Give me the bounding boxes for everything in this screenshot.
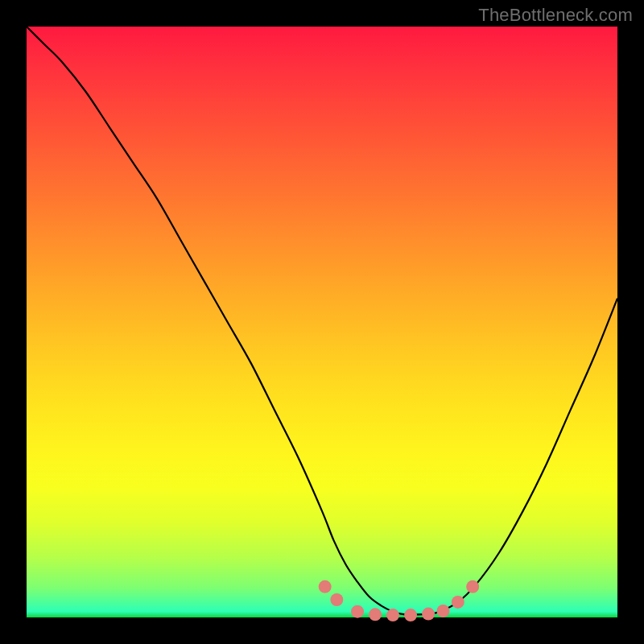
marker-dot [386,609,399,621]
marker-dot [422,608,435,621]
marker-dot [404,609,417,621]
marker-dot [319,580,332,593]
bottleneck-curve [27,27,617,615]
marker-dot [351,605,364,618]
watermark-text: TheBottleneck.com [478,5,633,26]
marker-dot [436,605,449,617]
marker-dot [466,580,479,593]
marker-dot [452,596,464,609]
flat-region-markers [319,580,479,621]
marker-dot [330,593,343,606]
chart-frame: TheBottleneck.com [0,0,644,644]
chart-svg [27,27,617,617]
marker-dot [369,608,382,621]
plot-area [27,27,617,617]
